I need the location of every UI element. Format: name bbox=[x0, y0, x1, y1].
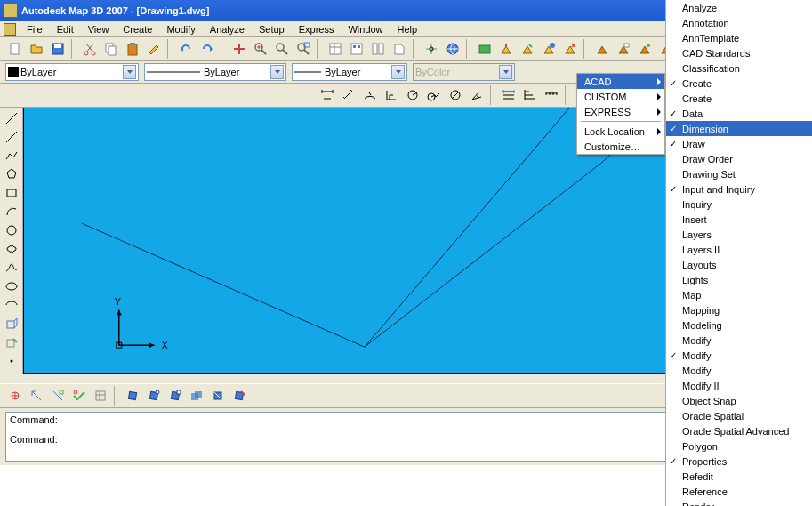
vmenu-item[interactable]: CAD Standards bbox=[666, 45, 812, 60]
submenu-item-custom[interactable]: CUSTOM bbox=[577, 89, 664, 104]
polyline-button[interactable] bbox=[2, 147, 21, 165]
ellipse-arc-button[interactable] bbox=[2, 296, 21, 314]
vmenu-item[interactable]: Classification bbox=[666, 60, 812, 76]
topo-overlay-button[interactable] bbox=[187, 386, 206, 406]
submenu-item-customize[interactable]: Customize… bbox=[577, 139, 664, 154]
topo-load-button[interactable] bbox=[27, 386, 46, 406]
vmenu-item[interactable]: Create bbox=[666, 91, 812, 106]
properties-button[interactable] bbox=[326, 39, 345, 59]
vmenu-item[interactable]: Refedit bbox=[666, 469, 812, 484]
map-remove-button[interactable] bbox=[560, 39, 580, 59]
vmenu-item[interactable]: Dimension bbox=[666, 121, 812, 136]
save-button[interactable] bbox=[48, 39, 68, 59]
vmenu-item[interactable]: AnnTemplate bbox=[666, 30, 812, 45]
menu-window[interactable]: Window bbox=[341, 23, 390, 36]
menu-express[interactable]: Express bbox=[292, 23, 342, 36]
vmenu-item[interactable]: Layouts bbox=[666, 257, 812, 272]
submenu-item-express[interactable]: EXPRESS bbox=[577, 104, 664, 119]
vmenu-item[interactable]: Render bbox=[666, 499, 812, 506]
vmenu-item[interactable]: Map bbox=[666, 287, 812, 302]
pan-button[interactable] bbox=[229, 39, 249, 59]
match-button[interactable] bbox=[144, 39, 164, 59]
map-link-button[interactable] bbox=[614, 39, 633, 59]
map-query-button[interactable] bbox=[518, 39, 537, 59]
menu-edit[interactable]: Edit bbox=[50, 23, 81, 36]
point-button[interactable] bbox=[2, 352, 21, 370]
cut-button[interactable] bbox=[80, 39, 100, 59]
vmenu-item[interactable]: Insert bbox=[666, 212, 812, 227]
vmenu-item[interactable]: Layers II bbox=[666, 242, 812, 257]
menu-view[interactable]: View bbox=[81, 23, 117, 36]
map-save-button[interactable] bbox=[539, 39, 559, 59]
vmenu-item[interactable]: Lights bbox=[666, 272, 812, 287]
vmenu-item[interactable]: Polygon bbox=[666, 438, 812, 454]
topo-node-button[interactable] bbox=[123, 386, 142, 406]
line-button[interactable] bbox=[2, 109, 21, 127]
dim-radius-button[interactable] bbox=[403, 85, 422, 105]
vmenu-item[interactable]: Draw Order bbox=[666, 151, 812, 166]
vmenu-item[interactable]: Inquiry bbox=[666, 197, 812, 212]
open-button[interactable] bbox=[27, 39, 46, 59]
vmenu-item[interactable]: Data bbox=[666, 106, 812, 121]
topo-audit-button[interactable] bbox=[69, 386, 89, 406]
tool-palettes-button[interactable] bbox=[368, 39, 388, 59]
submenu-item-lock[interactable]: Lock Location bbox=[577, 124, 664, 139]
vmenu-item[interactable]: Modify II bbox=[666, 378, 812, 393]
dim-arc-button[interactable] bbox=[360, 85, 380, 105]
make-block-button[interactable] bbox=[2, 333, 21, 351]
topo-polygon-button[interactable] bbox=[165, 386, 185, 406]
zoom-realtime-button[interactable] bbox=[251, 39, 270, 59]
circle-button[interactable] bbox=[2, 221, 21, 239]
vmenu-item[interactable]: Create bbox=[666, 76, 812, 91]
menu-file[interactable]: File bbox=[20, 23, 50, 36]
dim-baseline-button[interactable] bbox=[520, 85, 540, 105]
vmenu-item[interactable]: Annotation bbox=[666, 15, 812, 30]
vmenu-item[interactable]: Modify bbox=[666, 348, 812, 363]
dim-angular-button[interactable] bbox=[467, 85, 486, 105]
layer-combo[interactable]: ByLayer bbox=[5, 63, 139, 81]
vmenu-item[interactable]: Draw bbox=[666, 136, 812, 151]
topo-dissolve-button[interactable] bbox=[229, 386, 249, 406]
vmenu-item[interactable]: Input and Inquiry bbox=[666, 181, 812, 197]
vmenu-item[interactable]: Oracle Spatial Advanced bbox=[666, 423, 812, 438]
construction-line-button[interactable] bbox=[2, 128, 21, 146]
revision-cloud-button[interactable] bbox=[2, 240, 21, 258]
menu-modify[interactable]: Modify bbox=[159, 23, 202, 36]
topo-create-button[interactable] bbox=[5, 386, 25, 406]
vmenu-item[interactable]: Properties bbox=[666, 454, 812, 469]
vmenu-item[interactable]: Reference bbox=[666, 484, 812, 499]
vmenu-item[interactable]: Modify bbox=[666, 333, 812, 348]
dim-continue-button[interactable] bbox=[542, 85, 561, 105]
menu-analyze[interactable]: Analyze bbox=[203, 23, 252, 36]
globe-button[interactable] bbox=[443, 39, 462, 59]
vmenu-item[interactable]: Drawing Set bbox=[666, 166, 812, 181]
map-task-button[interactable] bbox=[475, 39, 494, 59]
zoom-previous-button[interactable] bbox=[293, 39, 313, 59]
insert-block-button[interactable] bbox=[2, 315, 21, 333]
dim-aligned-button[interactable] bbox=[339, 85, 358, 105]
ellipse-button[interactable] bbox=[2, 277, 21, 295]
arc-button[interactable] bbox=[2, 203, 21, 221]
topo-edit-button[interactable] bbox=[48, 386, 68, 406]
dim-diameter-button[interactable] bbox=[446, 85, 465, 105]
topo-buffer-button[interactable] bbox=[208, 386, 228, 406]
vmenu-item[interactable]: Analyze bbox=[666, 0, 812, 15]
copy-button[interactable] bbox=[101, 39, 121, 59]
redo-button[interactable] bbox=[197, 39, 217, 59]
ucs-button[interactable] bbox=[422, 39, 441, 59]
spline-button[interactable] bbox=[2, 259, 21, 277]
linetype-combo[interactable]: ByLayer bbox=[144, 63, 286, 81]
undo-button[interactable] bbox=[176, 39, 196, 59]
dim-ordinate-button[interactable] bbox=[382, 85, 401, 105]
paste-button[interactable] bbox=[123, 39, 142, 59]
map-data-button[interactable] bbox=[592, 39, 612, 59]
lineweight-combo[interactable]: ByLayer bbox=[292, 63, 407, 81]
sheet-set-button[interactable] bbox=[390, 39, 409, 59]
menu-create[interactable]: Create bbox=[116, 23, 159, 36]
topo-admin-button[interactable] bbox=[91, 386, 110, 406]
submenu-item-acad[interactable]: ACAD bbox=[577, 74, 664, 89]
menu-setup[interactable]: Setup bbox=[252, 23, 292, 36]
vmenu-item[interactable]: Layers bbox=[666, 227, 812, 242]
map-topo-button[interactable] bbox=[635, 39, 655, 59]
rectangle-button[interactable] bbox=[2, 184, 21, 202]
